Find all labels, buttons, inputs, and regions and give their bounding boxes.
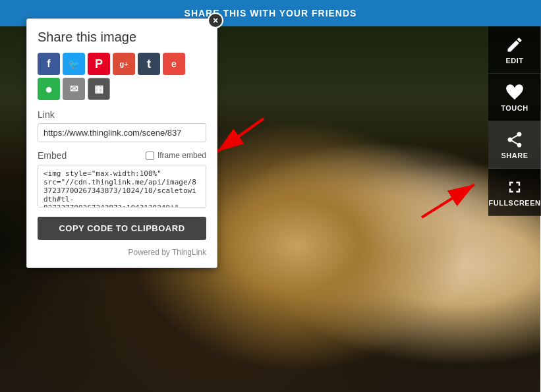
pinterest-icon[interactable]: P [88, 53, 110, 75]
tumblr-icon[interactable]: t [138, 53, 160, 75]
fullscreen-label: FULLSCREEN [489, 199, 541, 207]
facebook-page-icon[interactable]: ▦ [88, 78, 110, 100]
touch-button[interactable]: TOUCH [488, 74, 541, 121]
twitter-icon[interactable]: 🐦 [63, 53, 85, 75]
stumbleupon-icon[interactable]: e [163, 53, 185, 75]
link-input[interactable] [38, 123, 206, 142]
googleplus-icon[interactable]: g+ [113, 53, 135, 75]
touch-icon [505, 83, 524, 101]
email-icon[interactable]: ✉ [63, 78, 85, 100]
iframe-embed-checkbox[interactable] [146, 152, 154, 160]
embed-header: Embed Iframe embed [38, 150, 206, 161]
powered-by: Powered by ThingLink [38, 248, 206, 257]
embed-code-textarea[interactable]: <img style="max-width:100%" src="//cdn.t… [38, 165, 206, 208]
iframe-embed-label: Iframe embed [157, 151, 206, 160]
edit-label: EDIT [505, 57, 523, 65]
facebook-icon[interactable]: f [38, 53, 60, 75]
share-panel: × Share this image f 🐦 P g+ t e ● ✉ ▦ Li… [26, 18, 217, 268]
share-title: Share this image [38, 30, 206, 45]
edit-icon [505, 36, 524, 54]
feedly-icon[interactable]: ● [38, 78, 60, 100]
share-label: SHARE [501, 152, 528, 159]
embed-label: Embed [38, 150, 67, 161]
share-icon [505, 130, 524, 149]
edit-button[interactable]: EDIT [488, 26, 541, 74]
fullscreen-button[interactable]: FULLSCREEN [488, 169, 541, 216]
share-button[interactable]: SHARE [488, 121, 541, 169]
iframe-embed-group: Iframe embed [146, 151, 206, 160]
fullscreen-icon [505, 178, 524, 196]
right-sidebar: EDIT TOUCH SHARE FULLSCREEN [488, 26, 541, 216]
social-icons-group: f 🐦 P g+ t e ● ✉ ▦ [38, 53, 206, 100]
touch-label: TOUCH [501, 104, 528, 112]
close-button[interactable]: × [208, 13, 223, 28]
link-label: Link [38, 109, 206, 120]
copy-code-button[interactable]: COPY CODE TO CLIPBOARD [38, 217, 206, 240]
